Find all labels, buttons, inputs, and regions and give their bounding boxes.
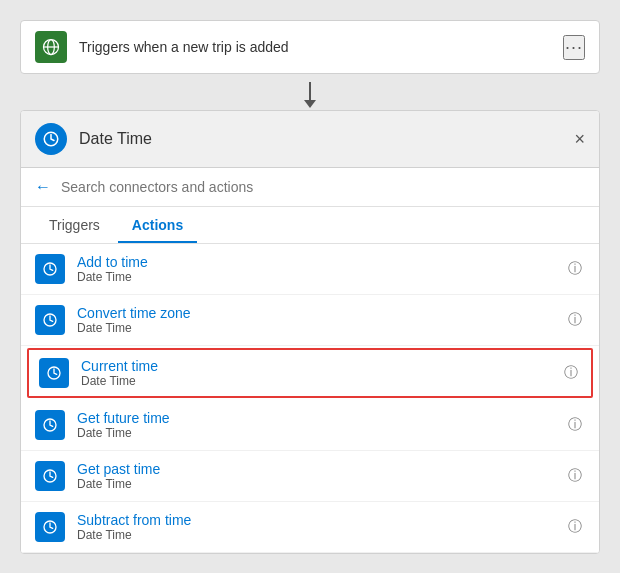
action-info: Subtract from time Date Time xyxy=(77,512,565,542)
action-subtitle: Date Time xyxy=(77,426,565,440)
search-bar: ← xyxy=(21,168,599,207)
datetime-panel: Date Time × ← Triggers Actions Add to ti… xyxy=(20,110,600,554)
trigger-icon xyxy=(35,31,67,63)
action-info: Current time Date Time xyxy=(81,358,561,388)
action-clock-icon xyxy=(35,254,65,284)
action-subtitle: Date Time xyxy=(77,528,565,542)
tab-triggers[interactable]: Triggers xyxy=(35,207,114,243)
action-item[interactable]: Add to time Date Time ⓘ xyxy=(21,244,599,295)
action-clock-icon xyxy=(35,461,65,491)
action-info: Get future time Date Time xyxy=(77,410,565,440)
trigger-block: Triggers when a new trip is added ··· xyxy=(20,20,600,74)
search-input[interactable] xyxy=(61,179,585,195)
action-subtitle: Date Time xyxy=(77,321,565,335)
action-clock-icon xyxy=(35,410,65,440)
action-item[interactable]: Get future time Date Time ⓘ xyxy=(21,400,599,451)
search-back-button[interactable]: ← xyxy=(35,178,51,196)
globe-icon xyxy=(41,37,61,57)
action-info: Convert time zone Date Time xyxy=(77,305,565,335)
action-name: Get future time xyxy=(77,410,565,426)
action-info: Get past time Date Time xyxy=(77,461,565,491)
action-name: Current time xyxy=(81,358,561,374)
main-container: Triggers when a new trip is added ··· Da… xyxy=(20,20,600,554)
action-item[interactable]: Convert time zone Date Time ⓘ xyxy=(21,295,599,346)
clock-icon xyxy=(46,365,62,381)
action-name: Get past time xyxy=(77,461,565,477)
action-info-icon[interactable]: ⓘ xyxy=(565,466,585,486)
panel-title: Date Time xyxy=(79,130,574,148)
action-list: Add to time Date Time ⓘ Convert time zon… xyxy=(21,244,599,553)
action-info: Add to time Date Time xyxy=(77,254,565,284)
action-name: Convert time zone xyxy=(77,305,565,321)
action-subtitle: Date Time xyxy=(77,477,565,491)
trigger-more-button[interactable]: ··· xyxy=(563,35,585,60)
action-item[interactable]: Get past time Date Time ⓘ xyxy=(21,451,599,502)
connector-arrow xyxy=(20,74,600,110)
clock-icon xyxy=(42,312,58,328)
tab-actions[interactable]: Actions xyxy=(118,207,197,243)
datetime-header-icon xyxy=(35,123,67,155)
action-name: Add to time xyxy=(77,254,565,270)
panel-header: Date Time × xyxy=(21,111,599,168)
trigger-text: Triggers when a new trip is added xyxy=(79,39,563,55)
clock-icon xyxy=(42,519,58,535)
action-item[interactable]: Current time Date Time ⓘ xyxy=(27,348,593,398)
action-info-icon[interactable]: ⓘ xyxy=(565,415,585,435)
clock-icon xyxy=(42,130,60,148)
action-item[interactable]: Subtract from time Date Time ⓘ xyxy=(21,502,599,553)
action-subtitle: Date Time xyxy=(81,374,561,388)
clock-icon xyxy=(42,261,58,277)
action-name: Subtract from time xyxy=(77,512,565,528)
action-clock-icon xyxy=(35,305,65,335)
action-info-icon[interactable]: ⓘ xyxy=(565,310,585,330)
clock-icon xyxy=(42,468,58,484)
action-info-icon[interactable]: ⓘ xyxy=(565,259,585,279)
action-info-icon[interactable]: ⓘ xyxy=(565,517,585,537)
action-info-icon[interactable]: ⓘ xyxy=(561,363,581,383)
panel-close-button[interactable]: × xyxy=(574,130,585,148)
action-clock-icon xyxy=(39,358,69,388)
action-clock-icon xyxy=(35,512,65,542)
clock-icon xyxy=(42,417,58,433)
tabs-container: Triggers Actions xyxy=(21,207,599,244)
action-subtitle: Date Time xyxy=(77,270,565,284)
arrow-down-icon xyxy=(309,82,311,102)
